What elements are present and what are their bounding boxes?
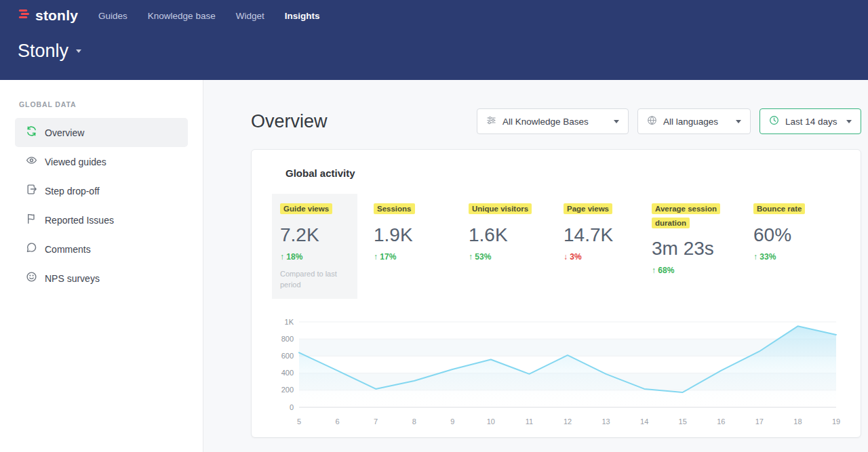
sidebar: GLOBAL DATA Overview Viewed guides: [0, 80, 203, 452]
metric-delta: ↑ 33%: [753, 252, 840, 262]
filter-label: Last 14 days: [785, 117, 837, 127]
metric-label: Bounce rate: [753, 203, 805, 214]
area-fill: [299, 326, 836, 407]
sidebar-item-reported-issues[interactable]: Reported Issues: [15, 205, 188, 234]
top-navigation: Guides Knowledge base Widget Insights: [98, 11, 319, 21]
page-title: Overview: [251, 111, 328, 132]
metric-value: 1.6K: [469, 224, 564, 246]
eye-icon: [26, 155, 37, 169]
sidebar-item-label: NPS surveys: [45, 273, 100, 284]
x-tick-label: 17: [755, 417, 764, 426]
x-tick-label: 7: [374, 417, 378, 426]
sidebar-item-viewed-guides[interactable]: Viewed guides: [15, 147, 188, 176]
x-tick-label: 18: [793, 417, 802, 426]
metric-delta: ↑ 17%: [374, 252, 469, 262]
metric-delta: ↑ 53%: [469, 252, 564, 262]
metric-value: 7.2K: [280, 224, 349, 246]
language-filter-dropdown[interactable]: All languages: [637, 108, 751, 134]
y-tick-label: 1K: [285, 317, 294, 325]
sidebar-item-nps-surveys[interactable]: NPS surveys: [15, 264, 188, 293]
logo-text: stonly: [35, 7, 78, 24]
global-activity-card: Global activity Guide views 7.2K ↑ 18% C…: [251, 149, 861, 438]
x-tick-label: 6: [336, 417, 340, 426]
metric-bounce-rate[interactable]: Bounce rate 60% ↑ 33%: [753, 194, 840, 270]
metric-value: 14.7K: [564, 224, 652, 246]
workspace-title: Stonly: [18, 41, 68, 62]
clock-icon: [769, 115, 779, 127]
x-tick-label: 8: [412, 417, 416, 426]
metric-delta: ↑ 18%: [280, 252, 349, 262]
global-activity-chart: 02004006008001K5678910111213141516171819: [272, 314, 842, 430]
metrics-row: Guide views 7.2K ↑ 18% Compared to last …: [272, 194, 840, 299]
y-tick-label: 600: [281, 351, 294, 359]
chevron-down-icon: [736, 120, 741, 123]
stonly-logo[interactable]: stonly: [18, 7, 78, 24]
sidebar-item-label: Overview: [45, 127, 84, 138]
sidebar-item-label: Comments: [45, 244, 91, 255]
sidebar-item-label: Viewed guides: [45, 157, 106, 167]
x-tick-label: 10: [487, 417, 495, 426]
arrow-up-icon: ↑: [652, 266, 656, 275]
metric-value: 1.9K: [374, 224, 469, 246]
metric-guide-views[interactable]: Guide views 7.2K ↑ 18% Compared to last …: [272, 194, 357, 299]
sliders-icon: [486, 115, 496, 127]
chevron-down-icon: [76, 49, 81, 53]
metric-label: Unique visitors: [469, 203, 532, 214]
sidebar-section-label: GLOBAL DATA: [19, 100, 188, 108]
metric-unique-visitors[interactable]: Unique visitors 1.6K ↑ 53%: [469, 194, 564, 270]
arrow-up-icon: ↑: [753, 252, 757, 262]
filter-label: All languages: [663, 117, 718, 127]
step-dropoff-icon: [26, 184, 37, 198]
overview-icon: [26, 125, 37, 140]
arrow-up-icon: ↑: [374, 252, 378, 262]
arrow-up-icon: ↑: [280, 252, 284, 262]
sidebar-item-step-drop-off[interactable]: Step drop-off: [15, 176, 188, 205]
x-tick-label: 11: [526, 417, 533, 426]
metric-delta: ↑ 68%: [652, 266, 753, 275]
y-tick-label: 200: [281, 386, 294, 394]
metric-note: Compared to last period: [280, 268, 345, 291]
workspace-switcher[interactable]: Stonly: [18, 41, 850, 62]
stonly-logo-icon: [18, 7, 31, 24]
x-tick-label: 19: [832, 417, 840, 426]
nav-widget[interactable]: Widget: [236, 11, 264, 21]
metric-value: 60%: [753, 224, 840, 246]
comment-icon: [26, 242, 37, 256]
sidebar-item-overview[interactable]: Overview: [15, 118, 188, 147]
metric-sessions[interactable]: Sessions 1.9K ↑ 17%: [374, 194, 469, 270]
x-tick-label: 9: [450, 417, 454, 426]
globe-icon: [647, 115, 657, 127]
date-range-dropdown[interactable]: Last 14 days: [760, 108, 861, 134]
filter-label: All Knowledge Bases: [502, 117, 589, 127]
y-tick-label: 400: [281, 369, 294, 377]
metric-label: Page views: [564, 203, 612, 214]
x-tick-label: 12: [564, 417, 572, 426]
nav-guides[interactable]: Guides: [98, 11, 127, 21]
smiley-icon: [26, 271, 37, 285]
x-tick-label: 5: [297, 417, 301, 426]
metric-label: Average session duration: [652, 203, 720, 228]
x-tick-label: 14: [640, 417, 648, 426]
filter-bar: All Knowledge Bases All languages: [477, 108, 861, 134]
y-tick-label: 800: [281, 334, 294, 342]
main-content: Overview All Knowledge Bases: [203, 80, 868, 452]
arrow-up-icon: ↑: [469, 252, 473, 262]
sidebar-item-label: Reported Issues: [45, 215, 114, 226]
app-header: stonly Guides Knowledge base Widget Insi…: [0, 0, 868, 80]
flag-icon: [26, 213, 37, 227]
nav-knowledge-base[interactable]: Knowledge base: [148, 11, 216, 21]
metric-page-views[interactable]: Page views 14.7K ↓ 3%: [564, 194, 652, 270]
sidebar-item-comments[interactable]: Comments: [15, 234, 188, 264]
metric-delta: ↓ 3%: [564, 252, 652, 262]
metric-average-session-duration[interactable]: Average session duration 3m 23s ↑ 68%: [652, 194, 753, 283]
x-tick-label: 16: [717, 417, 725, 426]
metric-value: 3m 23s: [652, 238, 753, 260]
chevron-down-icon: [614, 120, 619, 123]
arrow-down-icon: ↓: [564, 252, 568, 262]
knowledge-base-filter-dropdown[interactable]: All Knowledge Bases: [477, 108, 629, 134]
metric-label: Sessions: [374, 203, 415, 214]
chevron-down-icon: [846, 120, 852, 123]
x-tick-label: 15: [679, 417, 687, 426]
sidebar-item-label: Step drop-off: [45, 186, 100, 197]
nav-insights[interactable]: Insights: [285, 11, 320, 21]
